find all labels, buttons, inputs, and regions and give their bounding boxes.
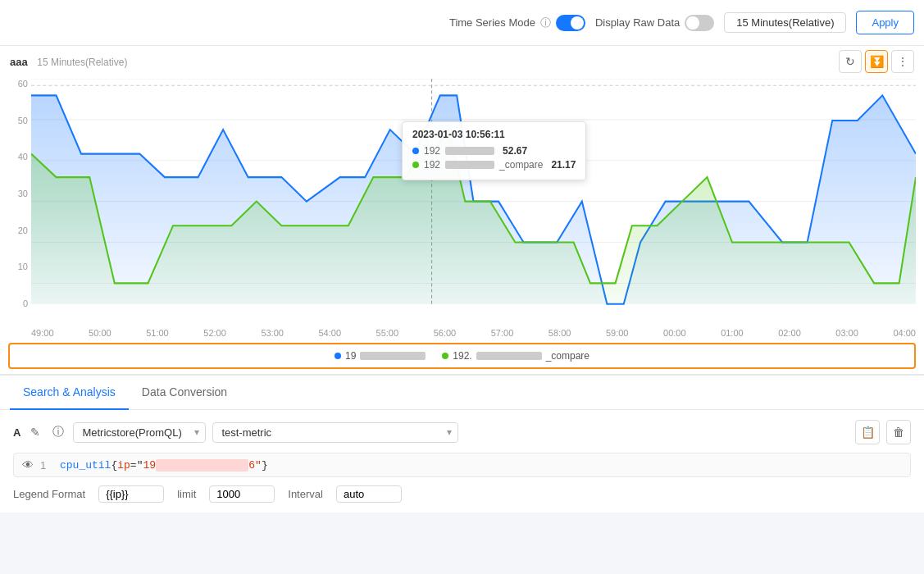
tab-data-conversion[interactable]: Data Conversion: [129, 376, 240, 410]
legend-bar: 19 192. _compare: [8, 343, 916, 369]
metric-select[interactable]: test-metric: [212, 422, 458, 443]
chart-area: 0 10 20 30 40 50 60: [0, 72, 924, 343]
tab-bar: Search & Analysis Data Conversion: [0, 376, 924, 410]
query-label-a: A: [13, 426, 20, 439]
legend-blur-1: [360, 352, 426, 360]
interval-input[interactable]: [336, 485, 402, 503]
y-axis: 0 10 20 30 40 50 60: [0, 72, 31, 310]
series1-name-blur: [445, 147, 494, 155]
series2-dot: [412, 162, 419, 168]
code-function: cpu_util: [60, 459, 111, 472]
bottom-section: Search & Analysis Data Conversion A ✎ ⓘ …: [0, 375, 924, 512]
display-raw-toggle[interactable]: [685, 15, 714, 31]
code-val-blur: [156, 459, 248, 472]
chart-title: aaa: [10, 56, 28, 68]
chart-header: aaa 15 Minutes(Relative) ↻ ⏬ ⋮: [0, 46, 924, 72]
metric-select-wrapper: test-metric: [212, 422, 458, 443]
interval-label: Interval: [288, 488, 323, 500]
tooltip-row-1: 192 52.67: [412, 145, 576, 157]
visibility-icon[interactable]: 👁: [22, 458, 34, 472]
series2-prefix: 192: [424, 159, 440, 171]
time-series-toggle[interactable]: [556, 15, 585, 31]
chart-tooltip: 2023-01-03 10:56:11 192 52.67 192 _compa…: [402, 121, 586, 180]
top-bar: Time Series Mode ⓘ Display Raw Data 15 M…: [0, 0, 924, 46]
compare-button[interactable]: ⏬: [865, 50, 888, 73]
query-section: A ✎ ⓘ Metricstore(PromQL) test-metric 📋 …: [0, 410, 924, 512]
copy-button[interactable]: 📋: [855, 420, 880, 444]
legend-dot-2: [442, 353, 448, 359]
time-range-button[interactable]: 15 Minutes(Relative): [724, 12, 846, 33]
legend-blur-2: [476, 352, 542, 360]
code-row: 👁 1 cpu_util{ip="19 6"}: [13, 453, 911, 477]
time-series-group: Time Series Mode ⓘ: [449, 15, 585, 31]
legend-format-label: Legend Format: [13, 488, 85, 500]
help-icon[interactable]: ⓘ: [50, 424, 66, 440]
legend-dot-1: [335, 353, 341, 359]
series2-value: 21.17: [551, 159, 576, 171]
series1-value: 52.67: [503, 145, 527, 157]
delete-button[interactable]: 🗑: [886, 420, 911, 444]
series2-name-blur: [445, 161, 494, 169]
chart-svg: [31, 79, 916, 326]
apply-button[interactable]: Apply: [856, 11, 914, 34]
datasource-select-wrapper: Metricstore(PromQL): [73, 422, 206, 443]
time-series-label: Time Series Mode: [449, 16, 535, 29]
help-icon[interactable]: ⓘ: [540, 16, 551, 30]
display-raw-label: Display Raw Data: [595, 16, 680, 29]
refresh-button[interactable]: ↻: [839, 50, 862, 73]
limit-label: limit: [177, 488, 196, 500]
chart-subtitle: 15 Minutes(Relative): [37, 57, 127, 68]
meta-row: Legend Format limit Interval: [13, 485, 911, 503]
chart-container: aaa 15 Minutes(Relative) ↻ ⏬ ⋮ 0 10 20 3…: [0, 46, 924, 375]
chart-title-area: aaa 15 Minutes(Relative): [10, 56, 127, 68]
edit-icon[interactable]: ✎: [27, 424, 43, 440]
tooltip-row-2: 192 _compare 21.17: [412, 159, 576, 171]
tooltip-timestamp: 2023-01-03 10:56:11: [412, 129, 576, 140]
more-button[interactable]: ⋮: [891, 50, 914, 73]
legend-item-2: 192. _compare: [442, 350, 589, 362]
limit-input[interactable]: [209, 485, 275, 503]
series1-prefix: 192: [424, 145, 440, 157]
legend-item-1: 19: [335, 350, 426, 362]
series1-dot: [412, 148, 419, 154]
line-number: 1: [40, 459, 53, 472]
code-editor[interactable]: cpu_util{ip="19 6"}: [60, 459, 268, 472]
tab-search-analysis[interactable]: Search & Analysis: [10, 376, 129, 410]
code-key: ip: [117, 459, 130, 472]
series2-suffix: _compare: [499, 159, 543, 171]
x-axis: 49:00 50:00 51:00 52:00 53:00 54:00 55:0…: [31, 323, 916, 343]
display-raw-group: Display Raw Data: [595, 15, 714, 31]
chart-actions: ↻ ⏬ ⋮: [839, 50, 914, 73]
legend-format-input[interactable]: [98, 485, 164, 503]
query-row: A ✎ ⓘ Metricstore(PromQL) test-metric 📋 …: [13, 420, 911, 444]
datasource-select[interactable]: Metricstore(PromQL): [73, 422, 206, 443]
